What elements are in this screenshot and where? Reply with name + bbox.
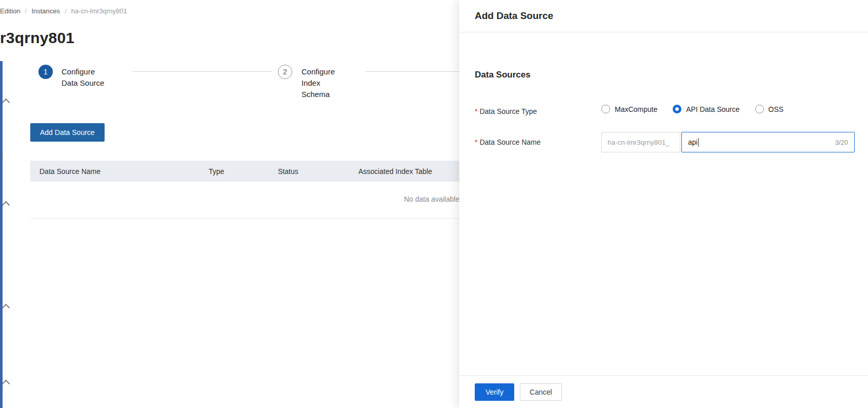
radio-label-oss: OSS bbox=[769, 105, 784, 113]
data-source-name-label: *Data Source Name bbox=[475, 138, 541, 146]
required-asterisk: * bbox=[475, 107, 477, 115]
breadcrumb-item-instance-id: ha-cn-lmr3qrny801 bbox=[71, 7, 127, 15]
empty-state-text: No data available bbox=[404, 195, 459, 203]
console-page: Edition / Instances / ha-cn-lmr3qrny801 … bbox=[0, 0, 868, 408]
step-1-label: Configure Data Source bbox=[62, 66, 104, 89]
data-source-type-label: *Data Source Type bbox=[475, 107, 537, 115]
panel-footer: Verify Cancel bbox=[459, 375, 868, 408]
panel-header: Add Data Source bbox=[459, 0, 868, 32]
step-2-label-line3: Schema bbox=[301, 89, 335, 100]
page-title: r3qrny801 bbox=[0, 29, 74, 47]
char-counter: 3/20 bbox=[835, 139, 848, 146]
cancel-button[interactable]: Cancel bbox=[520, 383, 562, 401]
chevron-up-icon[interactable] bbox=[2, 304, 10, 312]
data-source-type-label-text: Data Source Type bbox=[479, 107, 537, 115]
step-2-label: Configure Index Schema bbox=[301, 66, 335, 100]
left-nav-accent-bar bbox=[0, 61, 3, 408]
chevron-up-icon[interactable] bbox=[2, 201, 10, 209]
name-prefix-box: ha-cn-lmr3qrny801_ bbox=[601, 132, 680, 152]
data-source-name-label-text: Data Source Name bbox=[479, 138, 540, 146]
breadcrumb-separator: / bbox=[65, 7, 67, 15]
radio-option-api-data-source[interactable]: API Data Source bbox=[673, 105, 739, 113]
radio-icon-oss bbox=[755, 105, 764, 113]
column-header-name: Data Source Name bbox=[30, 167, 199, 176]
breadcrumb-item-edition[interactable]: Edition bbox=[0, 7, 21, 15]
radio-icon-api-data-source bbox=[673, 105, 681, 113]
step-1-label-line2: Data Source bbox=[62, 77, 104, 89]
add-data-source-button[interactable]: Add Data Source bbox=[30, 123, 105, 142]
breadcrumb-item-instances[interactable]: Instances bbox=[31, 7, 60, 15]
step-2-label-line1: Configure bbox=[301, 66, 335, 77]
input-value: api bbox=[688, 138, 698, 146]
step-1-indicator: 1 bbox=[38, 65, 53, 79]
step-2-label-line2: Index bbox=[301, 77, 335, 89]
step-connector-line bbox=[366, 71, 464, 72]
radio-label-maxcompute: MaxCompute bbox=[615, 105, 657, 113]
radio-icon-maxcompute bbox=[601, 105, 610, 113]
text-caret bbox=[698, 138, 699, 147]
radio-option-oss[interactable]: OSS bbox=[755, 105, 784, 113]
breadcrumb-separator: / bbox=[25, 7, 27, 15]
panel-title: Add Data Source bbox=[475, 10, 553, 22]
chevron-up-icon[interactable] bbox=[2, 99, 10, 107]
radio-option-maxcompute[interactable]: MaxCompute bbox=[601, 105, 657, 113]
step-2-indicator: 2 bbox=[278, 65, 292, 79]
column-header-type: Type bbox=[199, 167, 269, 176]
step-connector-line bbox=[133, 71, 272, 72]
step-1-label-line1: Configure bbox=[62, 66, 104, 77]
radio-label-api-data-source: API Data Source bbox=[686, 105, 739, 113]
data-source-type-radio-group: MaxCompute API Data Source OSS bbox=[601, 105, 783, 113]
required-asterisk: * bbox=[475, 138, 477, 146]
clipped-sidebar-label: t bbox=[1, 151, 3, 159]
breadcrumb: Edition / Instances / ha-cn-lmr3qrny801 bbox=[0, 7, 127, 15]
add-data-source-panel: Add Data Source Data Sources *Data Sourc… bbox=[459, 0, 868, 408]
data-source-name-input[interactable]: api 3/20 bbox=[681, 132, 855, 152]
verify-button[interactable]: Verify bbox=[475, 383, 514, 401]
section-title-data-sources: Data Sources bbox=[475, 70, 531, 80]
data-source-name-field: ha-cn-lmr3qrny801_ api 3/20 bbox=[601, 132, 855, 152]
column-header-status: Status bbox=[269, 167, 349, 176]
chevron-up-icon[interactable] bbox=[2, 380, 10, 388]
